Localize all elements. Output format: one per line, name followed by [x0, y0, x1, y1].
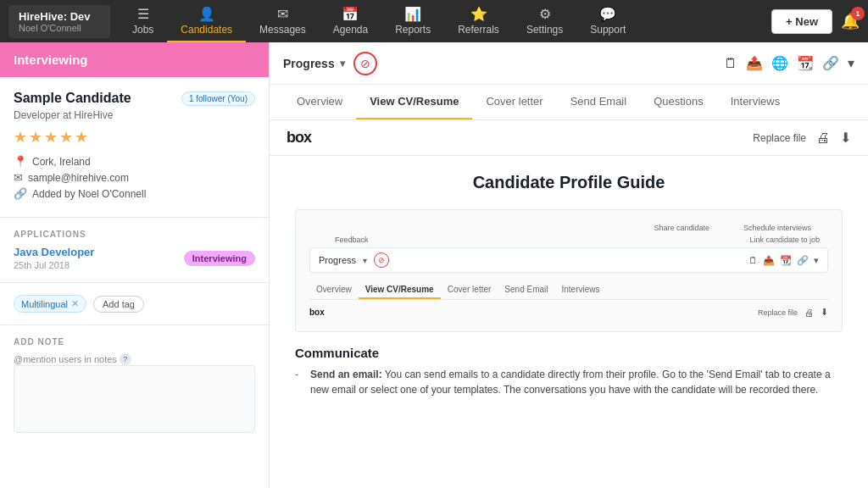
add-tag-button[interactable]: Add tag: [93, 296, 144, 313]
app-date: 25th Jul 2018: [14, 260, 94, 270]
nav-item-jobs[interactable]: ☰Jobs: [119, 1, 167, 42]
notification-badge: 1: [851, 7, 865, 20]
nav-item-messages[interactable]: ✉Messages: [246, 1, 320, 42]
tags-section: Multilingual ✕ Add tag: [0, 283, 269, 325]
tab-interviews[interactable]: Interviews: [717, 85, 794, 119]
mini-tab-overview: Overview: [309, 281, 359, 299]
nav-item-support[interactable]: 💬Support: [576, 1, 639, 42]
notes-label: ADD NOTE: [14, 337, 64, 347]
contact-location: 📍 Cork, Ireland: [14, 155, 255, 168]
notes-label-row: ADD NOTE: [14, 337, 255, 347]
export-icon[interactable]: 📤: [746, 55, 763, 71]
brand: HireHive: Dev Noel O'Connell: [8, 5, 110, 38]
notification-bell[interactable]: 🔔 1: [841, 12, 860, 30]
print-icon[interactable]: 🖨: [816, 130, 830, 146]
main-layout: Interviewing Sample Candidate 1 follower…: [0, 42, 868, 488]
replace-file-button[interactable]: Replace file: [753, 132, 806, 144]
sidebar-status-title: Interviewing: [14, 53, 88, 67]
mini-replace-file: Replace file: [758, 308, 798, 317]
applications-label: APPLICATIONS: [14, 230, 255, 239]
jobs-nav-icon: ☰: [137, 6, 149, 22]
chevron-down-icon: ▾: [340, 58, 345, 69]
app-title[interactable]: Java Developer: [14, 246, 94, 258]
mini-download-icon: ⬇: [821, 307, 828, 318]
download-icon[interactable]: ⬇: [840, 130, 851, 146]
applications-section: APPLICATIONS Java Developer 25th Jul 201…: [0, 218, 269, 283]
nav-item-settings[interactable]: ⚙Settings: [513, 1, 576, 42]
globe-icon[interactable]: 🌐: [771, 55, 788, 71]
calendar-icon[interactable]: 📆: [797, 55, 814, 71]
mini-progress-label: Progress: [319, 255, 356, 265]
feedback-annotation: Feedback: [335, 236, 369, 244]
referrals-nav-icon: ⭐: [470, 6, 487, 22]
app-status-badge: Interviewing: [184, 251, 255, 266]
mini-link-icon: 🔗: [797, 255, 809, 266]
brand-user: Noel O'Connell: [19, 23, 100, 33]
mini-tab-cover: Cover letter: [441, 281, 498, 299]
tab-view-cv[interactable]: View CV/Resume: [356, 85, 472, 119]
messages-nav-icon: ✉: [277, 6, 288, 22]
box-logo: box: [287, 129, 311, 147]
sidebar-status-header: Interviewing: [0, 42, 269, 77]
mini-tab-interviews: Interviews: [554, 281, 606, 299]
content-area: Progress ▾ ⊘ 🗒 📤 🌐 📆 🔗 ▾ OverviewView CV…: [270, 42, 868, 488]
cv-content: box Replace file 🖨 ⬇ Candidate Profile G…: [270, 120, 868, 488]
communicate-section: Communicate - Send an email: You can sen…: [295, 346, 843, 397]
progress-actions: 🗒 📤 🌐 📆 🔗 ▾: [724, 55, 854, 71]
tags-row: Multilingual ✕ Add tag: [14, 295, 255, 313]
communicate-email-bold: Send an email:: [310, 369, 382, 380]
cv-toolbar: box Replace file 🖨 ⬇: [270, 120, 868, 156]
nav-item-reports[interactable]: 📊Reports: [381, 1, 444, 42]
cv-toolbar-actions: Replace file 🖨 ⬇: [753, 130, 851, 146]
candidate-name-row: Sample Candidate 1 follower (You): [14, 91, 255, 106]
nav-items: ☰Jobs👤Candidates✉Messages📅Agenda📊Reports…: [119, 1, 771, 42]
mini-box-logo: box: [309, 308, 325, 317]
mini-tab-email: Send Email: [498, 281, 554, 299]
communicate-email-item: - Send an email: You can send emails to …: [295, 367, 843, 397]
nav-item-agenda[interactable]: 📅Agenda: [320, 1, 381, 42]
nav-item-referrals[interactable]: ⭐Referrals: [444, 1, 513, 42]
mini-actions: 🗒 📤 📆 🔗 ▾: [748, 255, 819, 266]
location-icon: 📍: [14, 155, 27, 168]
notes-textarea[interactable]: [14, 365, 255, 433]
guide-image-area: Share candidate Schedule interviews Feed…: [295, 209, 843, 332]
sidebar: Interviewing Sample Candidate 1 follower…: [0, 42, 270, 488]
top-nav: HireHive: Dev Noel O'Connell ☰Jobs👤Candi…: [0, 0, 868, 42]
mini-bottom-bar: box Replace file 🖨 ⬇: [309, 307, 828, 318]
mini-chevron-icon: ▾: [363, 256, 367, 265]
mini-calendar-icon: 📆: [780, 255, 792, 266]
guide-title: Candidate Profile Guide: [295, 173, 843, 192]
tab-overview[interactable]: Overview: [283, 85, 356, 119]
tab-questions[interactable]: Questions: [640, 85, 717, 119]
contact-info: 📍 Cork, Ireland ✉ sample@hirehive.com 🔗 …: [14, 155, 255, 200]
communicate-email-text: You can send emails to a candidate direc…: [310, 369, 831, 396]
application-item: Java Developer 25th Jul 2018 Interviewin…: [14, 246, 255, 270]
tabs-bar: OverviewView CV/ResumeCover letterSend E…: [270, 85, 868, 120]
cv-body: Candidate Profile Guide Share candidate …: [270, 156, 868, 414]
agenda-nav-icon: 📅: [342, 6, 359, 22]
nav-item-candidates[interactable]: 👤Candidates: [167, 1, 246, 42]
reports-nav-icon: 📊: [404, 6, 421, 22]
mini-more-icon: ▾: [814, 255, 819, 266]
note-icon[interactable]: 🗒: [724, 56, 737, 71]
support-nav-icon: 💬: [599, 6, 616, 22]
mini-toolbar: Progress ▾ ⊘ 🗒 📤 📆 🔗 ▾: [309, 247, 828, 273]
no-entry-icon[interactable]: ⊘: [353, 52, 377, 75]
link-icon: 🔗: [14, 187, 27, 200]
more-icon[interactable]: ▾: [848, 55, 854, 71]
mention-hint: @mention users in notes ?: [14, 353, 255, 365]
mini-tab-cv: View CV/Resume: [359, 281, 441, 299]
help-icon: ?: [120, 353, 131, 365]
mini-export-icon: 📤: [763, 255, 775, 266]
tab-cover-letter[interactable]: Cover letter: [472, 85, 556, 119]
email-icon: ✉: [14, 171, 23, 184]
progress-button[interactable]: Progress ▾: [283, 57, 345, 70]
schedule-annotation: Schedule interviews: [743, 224, 811, 232]
follower-badge[interactable]: 1 follower (You): [181, 92, 255, 106]
link2-icon[interactable]: 🔗: [822, 55, 839, 71]
tab-send-email[interactable]: Send Email: [557, 85, 640, 119]
nav-right: + New 🔔 1: [771, 9, 860, 34]
tag-close-icon[interactable]: ✕: [71, 298, 79, 309]
candidates-nav-icon: 👤: [198, 6, 215, 22]
new-button[interactable]: + New: [771, 9, 832, 34]
